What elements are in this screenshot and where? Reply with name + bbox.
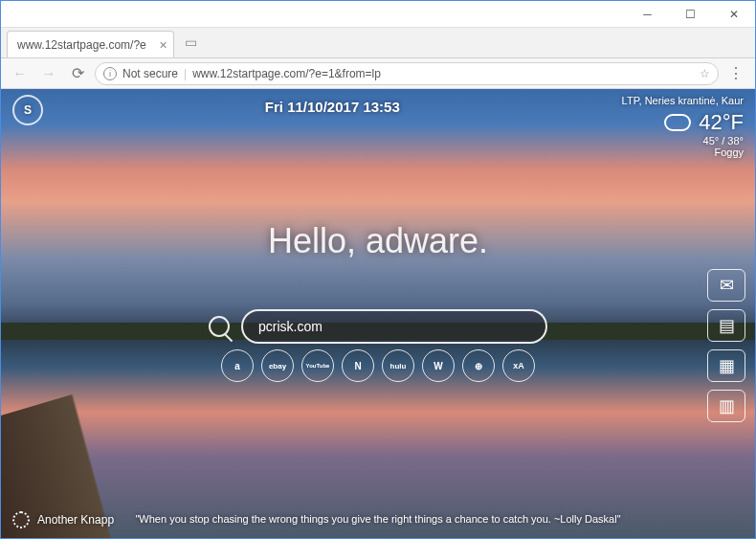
side-toolbar: ✉ ▤ ▦ ▥ <box>707 269 745 422</box>
pier-decoration <box>1 347 231 538</box>
mail-icon[interactable]: ✉ <box>707 269 745 302</box>
site-logo[interactable]: S <box>12 95 43 125</box>
site-info-icon[interactable]: i <box>103 67 117 80</box>
menu-button[interactable]: ⋮ <box>724 62 747 85</box>
search-icon[interactable] <box>209 316 230 337</box>
location-label: LTP, Neries krantinė, Kaur <box>622 95 744 106</box>
shortcut-ebay[interactable]: ebay <box>261 349 294 382</box>
window-minimize-button[interactable]: ─ <box>626 1 669 28</box>
new-tab-button[interactable]: ▭ <box>180 34 203 54</box>
window-close-button[interactable]: ✕ <box>712 1 755 28</box>
browser-window: ─ ☐ ✕ www.12startpage.com/?e × ▭ ← → ⟳ i… <box>0 0 756 539</box>
address-bar: ← → ⟳ i Not secure | www.12startpage.com… <box>1 58 755 89</box>
username-label: Another Knapp <box>37 513 114 527</box>
gear-icon[interactable] <box>12 511 30 528</box>
tab-title: www.12startpage.com/?e <box>17 38 146 52</box>
forward-button[interactable]: → <box>37 62 60 85</box>
cloud-icon <box>664 114 691 131</box>
shortcut-row: a ebay YouTube N hulu W ⊕ xA <box>221 349 535 382</box>
shortcut-wikipedia[interactable]: W <box>422 349 455 382</box>
news-icon[interactable]: ▦ <box>707 349 745 382</box>
tab-close-icon[interactable]: × <box>160 37 167 53</box>
browser-tab[interactable]: www.12startpage.com/?e × <box>7 31 174 57</box>
document-icon[interactable]: ▤ <box>707 309 745 342</box>
security-label: Not secure <box>122 67 178 80</box>
bookmark-icon[interactable]: ☆ <box>700 67 710 80</box>
shortcut-netflix[interactable]: N <box>342 349 374 382</box>
search-input[interactable] <box>241 309 547 344</box>
page-content: S Fri 11/10/2017 13:53 LTP, Neries krant… <box>1 89 755 538</box>
back-button[interactable]: ← <box>9 62 32 85</box>
greeting-text: Hello, adware. <box>268 221 488 261</box>
window-maximize-button[interactable]: ☐ <box>669 1 712 28</box>
quote-text: "When you stop chasing the wrong things … <box>135 513 620 525</box>
shortcut-youtube[interactable]: YouTube <box>301 349 334 382</box>
user-area[interactable]: Another Knapp <box>12 511 114 528</box>
conditions-label: Foggy <box>622 146 744 158</box>
shortcut-hulu[interactable]: hulu <box>382 349 414 382</box>
tab-bar: www.12startpage.com/?e × ▭ <box>1 28 755 58</box>
shortcut-maps[interactable]: ⊕ <box>462 349 495 382</box>
shortcut-amazon[interactable]: a <box>221 349 254 382</box>
window-titlebar: ─ ☐ ✕ <box>1 1 755 28</box>
reload-button[interactable]: ⟳ <box>66 62 89 85</box>
url-text: www.12startpage.com/?e=1&from=lp <box>192 67 381 80</box>
temperature-range: 45° / 38° <box>622 135 744 146</box>
shortcut-translate[interactable]: xA <box>502 349 535 382</box>
temperature-main: 42°F <box>699 110 744 135</box>
search-row <box>209 309 547 344</box>
weather-widget[interactable]: LTP, Neries krantinė, Kaur 42°F 45° / 38… <box>622 95 744 158</box>
calendar-icon[interactable]: ▥ <box>707 390 745 422</box>
datetime-display: Fri 11/10/2017 13:53 <box>265 99 400 158</box>
url-input[interactable]: i Not secure | www.12startpage.com/?e=1&… <box>95 62 719 85</box>
